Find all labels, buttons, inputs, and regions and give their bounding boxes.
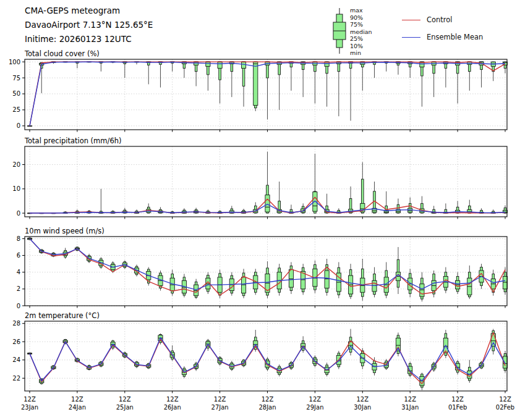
x-tick-hour: 12Z bbox=[262, 396, 274, 403]
y-tick-label: 50 bbox=[12, 90, 20, 97]
legend-ensemble-mean-label: Ensemble Mean bbox=[427, 33, 483, 41]
y-tick-label: 0 bbox=[17, 303, 20, 309]
x-tick-hour: 12Z bbox=[451, 396, 464, 403]
y-tick-label: 2 bbox=[17, 285, 20, 292]
box-legend-label: 75% bbox=[350, 21, 363, 28]
x-tick-hour: 12Z bbox=[23, 396, 36, 403]
legend-control: Control bbox=[402, 14, 483, 26]
panel-title-wind-speed: 10m wind speed (m/s) bbox=[25, 227, 104, 235]
x-tick-hour: 12Z bbox=[166, 396, 179, 403]
station-info: DavaoAirport 7.13°N 125.65°E bbox=[25, 18, 153, 32]
app-title: CMA-GEPS meteogram bbox=[25, 4, 153, 18]
panel-title-cloud-cover: Total cloud cover (%) bbox=[25, 49, 100, 58]
panel-temperature: 22242628 bbox=[12, 320, 507, 393]
x-tick-day: 01Feb bbox=[448, 404, 467, 411]
y-tick-label: 20 bbox=[12, 161, 20, 168]
x-tick-day: 28Jan bbox=[258, 404, 276, 411]
y-tick-label: 26 bbox=[12, 338, 20, 345]
x-tick-day: 23Jan bbox=[21, 404, 38, 411]
y-tick-label: 24 bbox=[12, 356, 20, 363]
x-axis-labels: 12Z23Jan12Z24Jan12Z25Jan12Z26Jan12Z27Jan… bbox=[21, 396, 514, 411]
y-tick-label: 6 bbox=[17, 252, 20, 259]
line-legend: Control Ensemble Mean bbox=[402, 14, 483, 48]
gridlines bbox=[25, 321, 507, 391]
panel-title-temperature: 2m temperature (°C) bbox=[25, 311, 100, 320]
x-tick-day: 24Jan bbox=[69, 404, 86, 411]
panel-frame bbox=[25, 237, 507, 306]
x-tick-hour: 12Z bbox=[404, 396, 416, 403]
x-tick-hour: 12Z bbox=[214, 396, 226, 403]
y-tick-label: 8 bbox=[17, 235, 20, 242]
y-axis: 02468 bbox=[17, 235, 25, 309]
x-tick-day: 02Feb bbox=[496, 404, 514, 411]
panel-frame bbox=[25, 321, 507, 391]
box-legend-label: 10% bbox=[350, 43, 363, 49]
y-tick-label: 10 bbox=[12, 185, 20, 192]
x-tick-day: 26Jan bbox=[164, 404, 181, 411]
y-tick-label: 0 bbox=[17, 122, 20, 129]
x-tick-hour: 12Z bbox=[357, 396, 369, 403]
meteogram-page: max90%75%median25%10%min0255075100010200… bbox=[0, 0, 520, 420]
header: CMA-GEPS meteogram DavaoAirport 7.13°N 1… bbox=[25, 4, 153, 46]
meteogram-chart: max90%75%median25%10%min0255075100010200… bbox=[0, 0, 520, 420]
box-legend-label: max bbox=[350, 7, 363, 14]
y-axis: 01020 bbox=[12, 161, 25, 217]
y-axis: 22242628 bbox=[12, 320, 25, 382]
legend-ensemble-mean: Ensemble Mean bbox=[402, 31, 483, 43]
box-legend-label: 25% bbox=[350, 35, 363, 42]
x-tick-day: 31Jan bbox=[401, 404, 419, 411]
y-tick-label: 4 bbox=[17, 269, 20, 275]
box-legend: max90%75%median25%10%min bbox=[333, 7, 372, 56]
y-axis: 0255075100 bbox=[9, 59, 25, 130]
panel-precipitation: 01020 bbox=[12, 146, 507, 219]
panel-cloud-cover: 0255075100 bbox=[9, 59, 508, 132]
y-tick-label: 75 bbox=[12, 75, 20, 82]
x-tick-day: 25Jan bbox=[116, 404, 134, 411]
x-tick-day: 29Jan bbox=[306, 404, 323, 411]
x-tick-day: 30Jan bbox=[354, 404, 371, 411]
box-legend-label: min bbox=[350, 49, 361, 56]
y-tick-label: 22 bbox=[12, 375, 20, 382]
init-time: Initime: 20260123 12UTC bbox=[25, 32, 153, 46]
panel-title-precipitation: Total precipitation (mm/6h) bbox=[25, 136, 121, 145]
x-tick-hour: 12Z bbox=[71, 396, 83, 403]
ensemble-mean-line-swatch bbox=[402, 37, 420, 38]
y-tick-label: 0 bbox=[17, 210, 20, 217]
box-legend-label: 90% bbox=[350, 14, 363, 21]
box-legend-label: median bbox=[350, 28, 372, 35]
panel-wind-speed: 02468 bbox=[17, 235, 508, 309]
x-tick-hour: 12Z bbox=[499, 396, 511, 403]
x-tick-hour: 12Z bbox=[119, 396, 131, 403]
legend-control-label: Control bbox=[427, 15, 453, 24]
y-tick-label: 100 bbox=[9, 59, 20, 65]
x-tick-day: 27Jan bbox=[211, 404, 229, 411]
gridlines bbox=[25, 237, 507, 306]
x-tick-hour: 12Z bbox=[309, 396, 322, 403]
control-line-swatch bbox=[402, 20, 420, 20]
y-tick-label: 25 bbox=[12, 106, 20, 113]
y-tick-label: 28 bbox=[12, 320, 20, 327]
